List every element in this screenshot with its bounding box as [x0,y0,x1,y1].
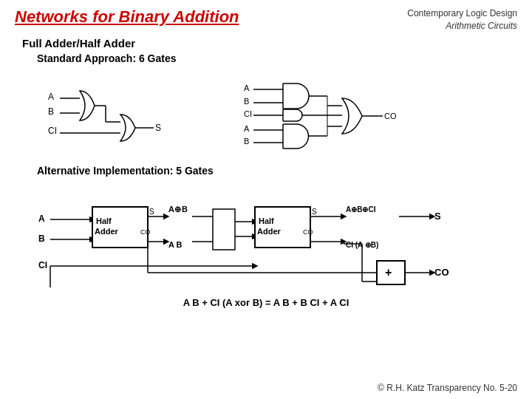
header-bottom-line: Arithmetic Circuits [407,20,517,33]
svg-text:A: A [168,205,174,214]
header-top-line: Contemporary Logic Design [407,7,517,20]
svg-text:A⊕B⊕CI: A⊕B⊕CI [346,205,376,214]
standard-right-diagram: A B CI A B [242,69,508,157]
header: Networks for Binary Addition Contemporar… [15,7,517,33]
subtitle: Full Adder/Half Adder [22,37,517,50]
header-right: Contemporary Logic Design Arithmetic Cir… [407,7,517,33]
svg-text:CO: CO [434,267,449,278]
svg-text:S: S [155,123,161,133]
svg-text:A: A [48,92,54,102]
formula: A B + CI (A xor B) = A B + B CI + A CI [15,297,517,308]
svg-text:CO: CO [140,228,151,236]
svg-text:CO: CO [384,112,397,120]
svg-text:A: A [38,214,45,224]
alt-title: Alternative Implementation: 5 Gates [37,165,517,177]
standard-left-diagram: A B CI S [47,69,224,157]
svg-rect-59 [213,209,235,250]
svg-text:Adder: Adder [257,227,282,236]
svg-text:S: S [434,211,441,222]
standard-title: Standard Approach: 6 Gates [37,52,517,64]
svg-text:+: + [385,266,392,279]
svg-text:Adder: Adder [95,227,119,236]
svg-text:CI: CI [244,109,252,118]
svg-text:B: B [244,137,249,146]
svg-text:A: A [244,124,250,133]
page: Networks for Binary Addition Contemporar… [0,0,532,399]
svg-text:CO: CO [303,228,313,236]
svg-text:B: B [38,233,45,244]
svg-text:Half: Half [96,216,112,225]
footer: © R.H. Katz Transparency No. 5-20 [378,383,517,393]
svg-text:B: B [244,97,249,106]
svg-text:⊕: ⊕ [174,205,181,214]
svg-text:B: B [182,205,188,214]
svg-text:A B: A B [168,240,183,249]
standard-diagrams: A B CI S [37,69,517,157]
svg-text:S: S [149,208,154,216]
page-title: Networks for Binary Addition [15,7,239,27]
svg-text:A: A [244,83,250,92]
svg-text:CI: CI [48,126,57,136]
svg-text:CI: CI [38,260,47,270]
svg-text:B: B [48,106,54,117]
alt-diagram: A B CI Half Adder CO S A ⊕ B A B Half [37,181,510,296]
svg-text:Half: Half [259,216,274,225]
svg-text:S: S [312,208,317,216]
